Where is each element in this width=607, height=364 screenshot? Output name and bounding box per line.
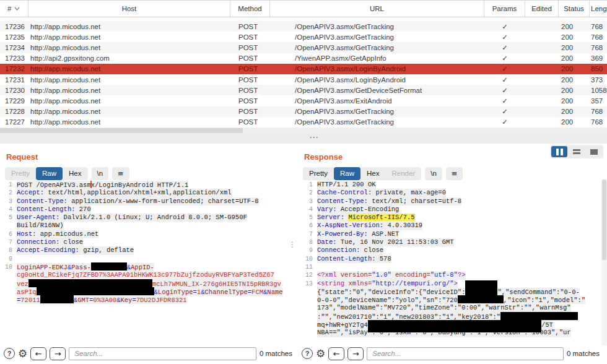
code-segment: Server: <box>317 214 344 221</box>
line-number: 11 <box>300 263 313 271</box>
prev-match-button[interactable]: ← <box>328 347 344 360</box>
help-icon[interactable]: ? <box>302 348 313 359</box>
vertical-scrollbar-thumb[interactable] <box>602 180 606 260</box>
response-panel: Response PrettyRawHexRender \n ≡ 1HTTP/1… <box>298 144 607 364</box>
editor-menu-button[interactable]: ≡ <box>446 167 463 180</box>
code-segment: 578 <box>376 255 391 262</box>
line-text: cg0oHtd_RCikeFjq7ZFBD7%3AAPA91bHKWK13c97… <box>17 271 274 279</box>
code-line: 1POST /OpenAPIV3.asmx/LoginByAndroid HTT… <box>0 181 296 189</box>
code-segment: mcLh7WMUN_IX-276g6HIE5TNI5pRBR3gv <box>152 280 281 288</box>
code-segment: asPIq <box>17 288 37 296</box>
code-line: 3Content-Type: application/x-www-form-ur… <box>0 197 296 206</box>
history-row-17227[interactable]: 17227http://app.micodus.netPOST/OpenAPIV… <box>0 117 607 128</box>
editor-menu-button[interactable]: ≡ <box>112 167 129 180</box>
code-segment: close <box>360 246 383 254</box>
next-match-button[interactable]: → <box>50 347 66 360</box>
cell-params: ✓ <box>484 76 525 84</box>
column-header-host[interactable]: Host <box>28 1 230 17</box>
history-row-17235[interactable]: 17235http://app.micodus.netPOST/OpenAPIV… <box>0 32 607 42</box>
next-match-button[interactable]: → <box>347 347 364 360</box>
horizontal-splitter[interactable]: ··· <box>0 134 607 144</box>
request-search-input[interactable] <box>69 347 256 360</box>
history-row-17236[interactable]: 17236http://app.micodus.netPOST/OpenAPIV… <box>0 21 607 32</box>
gear-icon[interactable]: ⚙ <box>18 348 27 359</box>
side-by-side-view-button[interactable] <box>551 146 567 157</box>
column-header-num[interactable]: # <box>0 1 28 17</box>
code-line: 2Accept: text/html,application/xhtml+xml… <box>0 189 296 197</box>
code-segment: Cache-Control: <box>317 189 372 196</box>
tab-render[interactable]: Render <box>386 167 422 180</box>
cell-url: /OpenAPIV3.asmx/GetTracking <box>270 33 484 41</box>
request-editor[interactable]: 1POST /OpenAPIV3.asmx/LoginByAndroid HTT… <box>0 181 296 344</box>
code-segment: /5T <box>541 321 553 329</box>
response-editor[interactable]: 1HTTP/1.1 200 OK2Cache-Control: private,… <box>300 181 606 344</box>
code-line: 11 <box>300 263 606 271</box>
table-horizontal-scrollbar[interactable] <box>0 128 607 134</box>
history-row-17231[interactable]: 17231http://app.micodus.netPOST/OpenAPIV… <box>0 74 607 85</box>
cell-url: /YiwenAPP.asmx/GetAppInfo <box>270 54 484 62</box>
line-text: Content-Length: 578 <box>317 255 391 263</box>
cell-num: 17232 <box>0 65 28 72</box>
tab-raw[interactable]: Raw <box>36 167 63 180</box>
line-number: 6 <box>300 222 313 230</box>
code-segment: Name <box>267 288 282 296</box>
cell-host: http://api2.gpsxitong.com <box>28 54 230 62</box>
splitter-handle-icon[interactable]: ··· <box>310 133 319 142</box>
redaction-box <box>37 288 154 295</box>
response-search-input[interactable] <box>367 347 564 360</box>
cell-host: http://app.micodus.net <box>28 118 230 126</box>
code-segment: LoginType <box>158 288 193 296</box>
history-row-17232[interactable]: 17232http://app.micodus.netPOST/OpenAPIV… <box>0 64 607 74</box>
line-number: 1 <box>0 181 12 189</box>
code-line: 173","modelName":"MV720","timeZone":"0:0… <box>300 304 606 312</box>
line-text: =72011&GMT=0%3A00&Key=7DU2DJFDR8321 <box>17 296 187 304</box>
code-line: 4Vary: Accept-Encoding <box>300 206 606 214</box>
column-header-edited[interactable]: Edited <box>525 1 559 17</box>
code-line: 2Cache-Control: private, max-age=0 <box>300 189 606 197</box>
tab-hex[interactable]: Hex <box>360 167 385 180</box>
history-row-17228[interactable]: 17228http://app.micodus.netPOST/OpenAPIV… <box>0 106 607 117</box>
newline-toggle-button[interactable]: \n <box>92 167 109 180</box>
code-segment: ASP.NET <box>368 230 399 238</box>
redaction-box <box>368 321 541 327</box>
line-number <box>0 296 12 304</box>
line-text: Cache-Control: private, max-age=0 <box>317 189 446 197</box>
prev-match-button[interactable]: ← <box>30 347 46 360</box>
vertical-splitter-handle[interactable]: ⋮ <box>289 240 296 249</box>
tab-pretty[interactable]: Pretty <box>303 167 334 180</box>
cell-url: /OpenAPIV3.asmx/GetDeviceSetFormat <box>270 87 484 94</box>
stacked-view-button[interactable] <box>569 146 585 157</box>
column-header-params[interactable]: Params <box>484 1 525 17</box>
line-text: Accept: text/html,application/xhtml+xml,… <box>17 189 232 197</box>
cell-method: POST <box>230 44 270 51</box>
history-row-17233[interactable]: 17233http://api2.gpsxitong.comPOST/Yiwen… <box>0 53 607 64</box>
tab-raw[interactable]: Raw <box>334 167 360 180</box>
response-vertical-scrollbar[interactable] <box>601 180 607 345</box>
code-segment: > <box>454 280 458 287</box>
history-row-17230[interactable]: 17230http://app.micodus.netPOST/OpenAPIV… <box>0 85 607 95</box>
tab-hex[interactable]: Hex <box>63 167 87 180</box>
cell-host: http://app.micodus.net <box>28 44 230 51</box>
column-header-status[interactable]: Status <box>559 1 590 17</box>
cell-params: ✓ <box>484 86 525 95</box>
cell-host: http://app.micodus.net <box>28 65 230 72</box>
history-row-17229[interactable]: 17229http://app.micodus.netPOST/OpenAPIV… <box>0 95 607 106</box>
column-header-method[interactable]: Method <box>230 1 270 17</box>
column-header-length[interactable]: Length <box>590 1 607 17</box>
gear-icon[interactable]: ⚙ <box>316 348 325 359</box>
code-line: =72011&GMT=0%3A00&Key=7DU2DJFDR8321 <box>0 296 296 304</box>
tab-pretty[interactable]: Pretty <box>5 167 36 180</box>
single-view-button[interactable] <box>586 146 602 157</box>
column-header-url[interactable]: URL <box>270 1 484 17</box>
cell-host: http://app.micodus.net <box>28 76 230 84</box>
request-title: Request <box>6 152 297 162</box>
cell-params: ✓ <box>484 33 525 41</box>
history-row-17234[interactable]: 17234http://app.micodus.netPOST/OpenAPIV… <box>0 42 607 53</box>
newline-toggle-button[interactable]: \n <box>425 167 442 180</box>
horizontal-scrollbar-thumb[interactable] <box>0 128 243 133</box>
code-segment: Vary: <box>317 206 337 213</box>
cell-num: 17233 <box>0 54 28 62</box>
code-segment: cg0oHtd_RCikeFjq7ZFBD7%3AAPA91bHKWK13c97… <box>17 271 274 279</box>
code-segment: ChannelType <box>204 288 247 296</box>
help-icon[interactable]: ? <box>4 348 15 359</box>
